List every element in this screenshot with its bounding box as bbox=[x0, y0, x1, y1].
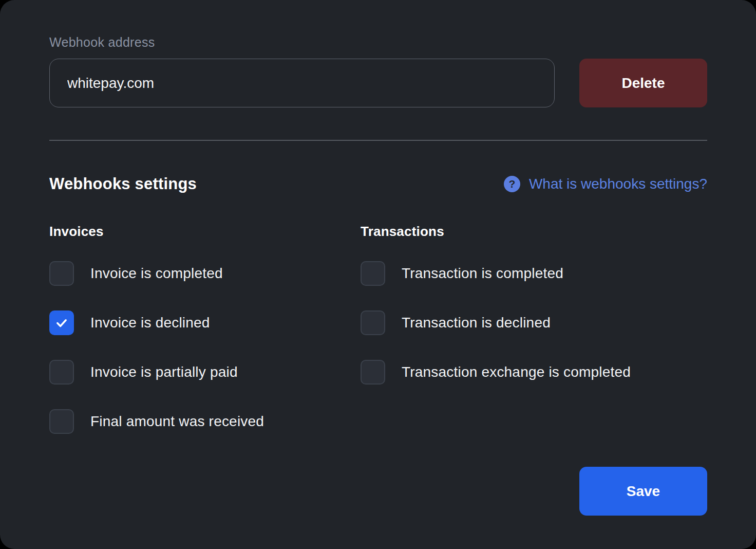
question-mark-circle-icon[interactable]: ? bbox=[504, 176, 520, 192]
page-title: Webhooks settings bbox=[49, 175, 197, 193]
what-is-webhooks-settings-link[interactable]: What is webhooks settings? bbox=[529, 176, 707, 192]
checkbox-label: Invoice is partially paid bbox=[90, 364, 238, 380]
webhooks-settings-panel: Webhook address Delete Webhooks settings… bbox=[0, 0, 756, 549]
delete-button[interactable]: Delete bbox=[579, 59, 707, 107]
checkbox-row-transaction-is-completed[interactable]: Transaction is completed bbox=[361, 261, 707, 286]
checkbox-transaction-is-completed[interactable] bbox=[361, 261, 385, 286]
divider bbox=[49, 140, 707, 141]
transactions-heading: Transactions bbox=[361, 224, 707, 239]
checkbox-row-transaction-exchange-is-completed[interactable]: Transaction exchange is completed bbox=[361, 360, 707, 385]
checkbox-invoice-is-declined[interactable] bbox=[49, 310, 74, 335]
checkbox-row-invoice-is-declined[interactable]: Invoice is declined bbox=[49, 310, 342, 335]
checkbox-label: Final amount was received bbox=[90, 413, 264, 430]
checkbox-label: Transaction exchange is completed bbox=[402, 364, 631, 380]
checkbox-transaction-exchange-is-completed[interactable] bbox=[361, 360, 385, 385]
webhook-address-label: Webhook address bbox=[49, 35, 155, 50]
checkbox-row-invoice-is-partially-paid[interactable]: Invoice is partially paid bbox=[49, 360, 342, 385]
transactions-column: Transactions Transaction is completed Tr… bbox=[361, 224, 707, 409]
checkbox-row-final-amount-was-received[interactable]: Final amount was received bbox=[49, 409, 342, 434]
checkbox-row-transaction-is-declined[interactable]: Transaction is declined bbox=[361, 310, 707, 335]
checkbox-invoice-is-completed[interactable] bbox=[49, 261, 74, 286]
checkbox-row-invoice-is-completed[interactable]: Invoice is completed bbox=[49, 261, 342, 286]
checkbox-final-amount-was-received[interactable] bbox=[49, 409, 74, 434]
checkbox-label: Transaction is completed bbox=[402, 265, 563, 282]
invoices-heading: Invoices bbox=[49, 224, 342, 239]
webhook-address-input[interactable] bbox=[49, 59, 555, 107]
check-icon bbox=[54, 316, 69, 330]
checkbox-invoice-is-partially-paid[interactable] bbox=[49, 360, 74, 385]
save-button[interactable]: Save bbox=[579, 467, 707, 516]
settings-header: Webhooks settings ? What is webhooks set… bbox=[49, 175, 707, 193]
help-link-wrap[interactable]: ? What is webhooks settings? bbox=[504, 176, 707, 192]
checkbox-transaction-is-declined[interactable] bbox=[361, 310, 385, 335]
invoices-column: Invoices Invoice is completed Invoice is… bbox=[49, 224, 342, 459]
checkbox-label: Invoice is completed bbox=[90, 265, 223, 282]
checkbox-label: Transaction is declined bbox=[402, 315, 551, 331]
checkbox-label: Invoice is declined bbox=[90, 315, 210, 331]
